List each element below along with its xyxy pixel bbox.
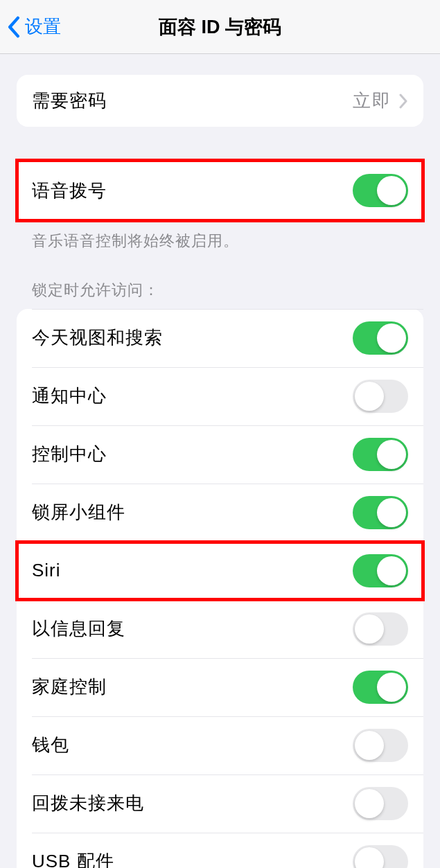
voice-dial-card: 语音拨号	[17, 160, 423, 221]
locked-access-label: 钱包	[32, 733, 353, 757]
locked-access-toggle[interactable]	[353, 787, 408, 820]
require-passcode-value: 立即	[353, 89, 391, 113]
locked-access-toggle[interactable]	[353, 438, 408, 471]
locked-access-row: 今天视图和搜索	[17, 309, 423, 367]
locked-access-row: 家庭控制	[17, 658, 423, 716]
voice-dial-toggle[interactable]	[353, 174, 408, 207]
back-label: 设置	[25, 15, 61, 39]
back-button[interactable]: 设置	[7, 15, 61, 39]
locked-access-toggle[interactable]	[353, 321, 408, 355]
locked-access-row: 锁屏小组件	[17, 484, 423, 542]
require-passcode-card: 需要密码 立即	[17, 75, 423, 127]
locked-access-toggle[interactable]	[353, 554, 408, 587]
locked-access-row: 回拨未接来电	[17, 774, 423, 833]
locked-access-row: Siri	[17, 542, 423, 600]
locked-access-row: 通知中心	[17, 367, 423, 425]
chevron-right-icon	[398, 94, 408, 109]
locked-access-label: 通知中心	[32, 384, 353, 408]
locked-access-row: 控制中心	[17, 425, 423, 484]
voice-dial-row: 语音拨号	[17, 160, 423, 221]
locked-access-label: USB 配件	[32, 849, 353, 868]
locked-access-toggle[interactable]	[353, 845, 408, 868]
voice-dial-label: 语音拨号	[32, 179, 353, 203]
locked-access-toggle[interactable]	[353, 729, 408, 762]
locked-access-toggle[interactable]	[353, 671, 408, 704]
locked-access-label: 家庭控制	[32, 675, 353, 699]
voice-dial-footer: 音乐语音控制将始终被启用。	[17, 221, 423, 252]
chevron-left-icon	[7, 16, 21, 38]
locked-access-toggle[interactable]	[353, 612, 408, 646]
locked-access-label: Siri	[32, 560, 353, 581]
locked-access-row: USB 配件	[17, 833, 423, 868]
page-title: 面容 ID 与密码	[0, 15, 440, 39]
locked-access-row: 以信息回复	[17, 600, 423, 658]
locked-access-toggle[interactable]	[353, 496, 408, 529]
navigation-bar: 设置 面容 ID 与密码	[0, 0, 440, 54]
locked-access-header: 锁定时允许访问：	[17, 280, 423, 309]
require-passcode-label: 需要密码	[32, 89, 353, 113]
locked-access-label: 锁屏小组件	[32, 500, 353, 524]
locked-access-label: 以信息回复	[32, 617, 353, 641]
locked-access-label: 今天视图和搜索	[32, 326, 353, 350]
require-passcode-row[interactable]: 需要密码 立即	[17, 75, 423, 127]
locked-access-row: 钱包	[17, 716, 423, 774]
locked-access-toggle[interactable]	[353, 380, 408, 413]
locked-access-list: 今天视图和搜索通知中心控制中心锁屏小组件Siri以信息回复家庭控制钱包回拨未接来…	[17, 309, 423, 868]
locked-access-label: 控制中心	[32, 442, 353, 466]
locked-access-label: 回拨未接来电	[32, 791, 353, 815]
